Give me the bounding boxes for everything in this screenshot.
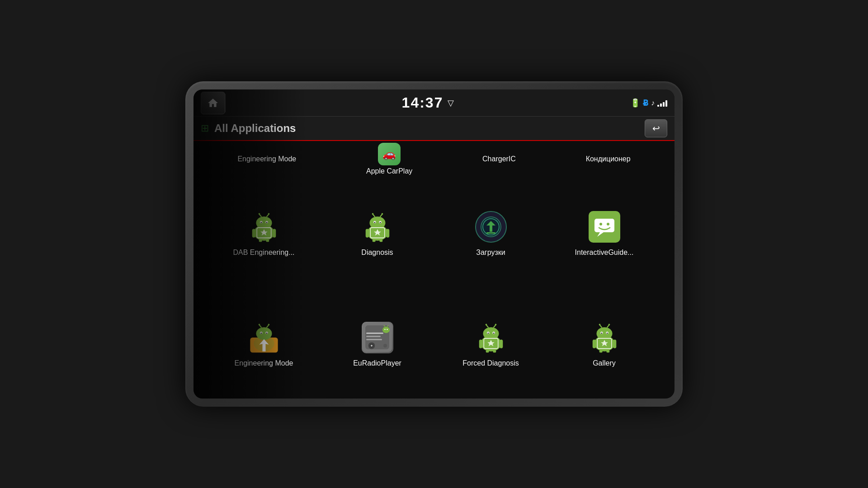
forced-diagnosis-icon-wrapper bbox=[473, 319, 509, 356]
svg-rect-28 bbox=[372, 239, 375, 242]
svg-rect-26 bbox=[365, 229, 368, 237]
svg-point-40 bbox=[607, 223, 609, 225]
svg-point-76 bbox=[485, 324, 487, 325]
carplay-logo: 🚗 bbox=[382, 148, 396, 160]
radio-svg bbox=[363, 323, 392, 352]
svg-rect-12 bbox=[259, 239, 262, 242]
svg-line-50 bbox=[267, 325, 269, 327]
svg-rect-98 bbox=[606, 350, 609, 352]
svg-rect-64 bbox=[366, 339, 382, 340]
top-app-row: Engineering Mode 🚗 Apple CarPlay Charger… bbox=[193, 141, 675, 177]
svg-rect-29 bbox=[379, 239, 382, 242]
signal-icon bbox=[657, 99, 667, 107]
svg-point-56 bbox=[384, 329, 385, 330]
app-item-charger-ic[interactable]: ChargerIC bbox=[482, 155, 516, 163]
time-area: 14:37 ▽ bbox=[226, 94, 630, 111]
android-icon-dab bbox=[248, 211, 280, 243]
svg-point-70 bbox=[483, 327, 499, 340]
svg-rect-79 bbox=[479, 339, 482, 348]
svg-point-4 bbox=[260, 222, 262, 223]
screen: 14:37 ▽ 🔋 Ƀ ♪ ⊞ bbox=[193, 89, 675, 399]
svg-rect-13 bbox=[266, 239, 269, 242]
radio-icon-wrapper bbox=[359, 319, 396, 356]
app-label-zagruzki: Загрузки bbox=[476, 249, 505, 257]
app-row-2: Engineering Mode bbox=[193, 288, 675, 399]
svg-point-25 bbox=[381, 213, 383, 215]
svg-line-48 bbox=[259, 325, 261, 327]
app-item-apple-carplay[interactable]: 🚗 Apple CarPlay bbox=[366, 143, 412, 175]
guide-svg bbox=[591, 213, 618, 240]
app-item-interactive-guide[interactable]: InteractiveGuide... bbox=[573, 209, 636, 257]
svg-rect-97 bbox=[599, 350, 602, 352]
svg-line-75 bbox=[486, 325, 488, 327]
svg-point-5 bbox=[266, 222, 267, 223]
app-label-forced-diagnosis: Forced Diagnosis bbox=[462, 359, 519, 367]
svg-point-55 bbox=[382, 327, 390, 333]
svg-point-92 bbox=[599, 324, 600, 325]
app-item-eu-radio[interactable]: EuRadioPlayer bbox=[346, 319, 409, 367]
apple-carplay-icon: 🚗 bbox=[378, 143, 401, 165]
svg-point-61 bbox=[388, 325, 389, 326]
svg-point-57 bbox=[387, 329, 387, 330]
svg-line-77 bbox=[494, 325, 495, 327]
app-label-engineering-mode-top: Engineering Mode bbox=[237, 155, 296, 163]
svg-rect-82 bbox=[493, 350, 496, 352]
app-label-interactive-guide: InteractiveGuide... bbox=[575, 249, 634, 257]
svg-line-93 bbox=[607, 325, 609, 327]
apps-grid-icon: ⊞ bbox=[201, 122, 209, 134]
svg-point-20 bbox=[374, 222, 375, 223]
svg-point-74 bbox=[493, 333, 494, 334]
svg-rect-63 bbox=[366, 336, 381, 337]
download-icon bbox=[475, 211, 507, 243]
clock: 14:37 bbox=[402, 94, 443, 111]
dropdown-icon[interactable]: ▽ bbox=[448, 98, 454, 108]
app-item-dab-engineering[interactable]: DAB Engineering... bbox=[232, 209, 296, 257]
svg-line-24 bbox=[380, 214, 382, 216]
svg-rect-81 bbox=[486, 350, 489, 352]
app-label-diagnosis: Diagnosis bbox=[361, 249, 393, 257]
gallery-icon-wrapper bbox=[586, 319, 623, 356]
app-item-gallery[interactable]: Gallery bbox=[573, 319, 636, 367]
music-icon: ♪ bbox=[651, 99, 655, 107]
svg-rect-37 bbox=[594, 219, 614, 232]
back-button[interactable]: ↩ bbox=[645, 119, 667, 137]
app-label-engineering-mode: Engineering Mode bbox=[235, 359, 293, 367]
back-icon: ↩ bbox=[652, 123, 660, 134]
diagnosis-icon-wrapper bbox=[359, 209, 396, 245]
svg-point-23 bbox=[372, 213, 373, 215]
home-button[interactable] bbox=[201, 92, 225, 114]
app-item-zagruzki[interactable]: Загрузки bbox=[459, 209, 523, 257]
app-item-konditsioner[interactable]: Кондиционер bbox=[586, 155, 631, 163]
apps-area: DAB Engineering... bbox=[193, 177, 675, 399]
svg-rect-80 bbox=[500, 339, 503, 348]
app-item-diagnosis[interactable]: Diagnosis bbox=[346, 209, 409, 257]
app-item-forced-diagnosis[interactable]: Forced Diagnosis bbox=[459, 319, 523, 367]
svg-point-89 bbox=[601, 333, 602, 334]
svg-line-22 bbox=[373, 214, 374, 216]
svg-point-90 bbox=[606, 333, 608, 334]
radio-icon bbox=[362, 322, 393, 353]
svg-point-17 bbox=[369, 216, 385, 229]
svg-rect-96 bbox=[613, 339, 616, 348]
guide-icon bbox=[589, 211, 620, 243]
android-icon-forced bbox=[475, 322, 507, 353]
app-item-engineering-mode[interactable]: Engineering Mode bbox=[232, 319, 296, 367]
svg-line-91 bbox=[599, 325, 601, 327]
svg-line-8 bbox=[267, 214, 269, 216]
app-label-gallery: Gallery bbox=[593, 359, 616, 367]
svg-rect-35 bbox=[486, 232, 495, 234]
title-left: ⊞ All Applications bbox=[201, 122, 296, 135]
svg-point-7 bbox=[258, 213, 260, 215]
zagruzki-icon-wrapper bbox=[473, 209, 509, 245]
svg-rect-62 bbox=[366, 333, 383, 334]
svg-point-47 bbox=[266, 333, 267, 334]
svg-point-43 bbox=[256, 327, 272, 340]
app-item-engineering-mode-top[interactable]: Engineering Mode bbox=[237, 155, 296, 163]
home-icon bbox=[207, 97, 219, 109]
dab-icon-wrapper bbox=[246, 209, 282, 245]
svg-point-68 bbox=[383, 344, 387, 347]
svg-point-86 bbox=[596, 327, 612, 340]
svg-point-46 bbox=[260, 333, 262, 334]
svg-point-21 bbox=[379, 222, 381, 223]
svg-point-59 bbox=[384, 325, 385, 326]
